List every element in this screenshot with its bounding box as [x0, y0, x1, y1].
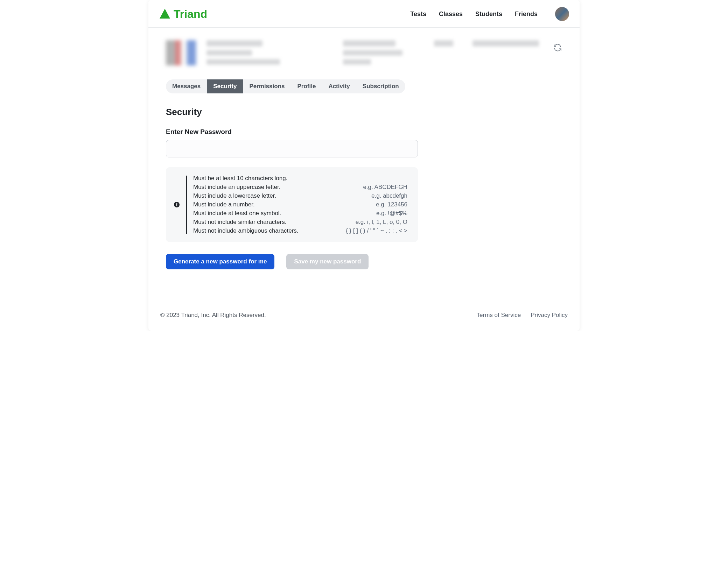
- password-rules-list: Must be at least 10 characters long. Mus…: [193, 175, 407, 234]
- rule-text: Must include an uppercase letter.: [193, 184, 280, 191]
- nav-classes[interactable]: Classes: [439, 10, 463, 18]
- tab-security[interactable]: Security: [207, 79, 243, 93]
- redacted-text: [206, 59, 280, 65]
- section-heading: Security: [166, 107, 562, 118]
- rule-text: Must include a number.: [193, 201, 255, 208]
- password-rule: Must include a number. e.g. 123456: [193, 201, 407, 208]
- rule-example: e.g. abcdefgh: [371, 192, 407, 199]
- rule-text: Must not include ambiguous characters.: [193, 227, 299, 234]
- profile-column-4: [472, 40, 542, 47]
- tab-permissions[interactable]: Permissions: [243, 79, 291, 93]
- redacted-text: [343, 59, 371, 65]
- rule-text: Must not include similar characters.: [193, 219, 286, 226]
- tab-activity[interactable]: Activity: [322, 79, 356, 93]
- password-rule: Must include at least one symbol. e.g. !…: [193, 210, 407, 217]
- rule-text: Must include at least one symbol.: [193, 210, 281, 217]
- primary-nav: Tests Classes Students Friends: [410, 7, 569, 21]
- svg-point-2: [176, 203, 177, 204]
- tree-icon: [159, 8, 171, 20]
- profile-column-2: [343, 40, 420, 65]
- password-label: Enter New Password: [166, 128, 562, 136]
- user-avatar[interactable]: [555, 7, 569, 21]
- save-password-button[interactable]: Save my new password: [286, 254, 369, 269]
- redacted-text: [434, 40, 453, 47]
- security-section: Security Enter New Password Must be at l…: [148, 93, 580, 283]
- footer-terms-link[interactable]: Terms of Service: [477, 312, 521, 319]
- password-rule: Must be at least 10 characters long.: [193, 175, 407, 182]
- footer: © 2023 Triand, Inc. All Rights Reserved.…: [148, 301, 580, 331]
- rule-text: Must include a lowercase letter.: [193, 192, 276, 199]
- rule-example: e.g. !@#$%: [376, 210, 407, 217]
- footer-privacy-link[interactable]: Privacy Policy: [531, 312, 568, 319]
- rule-text: Must be at least 10 characters long.: [193, 175, 287, 182]
- profile-summary: [148, 28, 580, 69]
- profile-photo: [166, 40, 196, 65]
- brand-name: Triand: [174, 8, 207, 21]
- tab-profile[interactable]: Profile: [291, 79, 322, 93]
- profile-column-3: [434, 40, 462, 47]
- button-row: Generate a new password for me Save my n…: [166, 254, 562, 269]
- rules-divider: [186, 176, 187, 234]
- refresh-icon[interactable]: [553, 43, 562, 52]
- rule-example: { } [ ] ( ) / ' " ` ~ , ; : . < >: [346, 227, 407, 234]
- footer-copyright: © 2023 Triand, Inc. All Rights Reserved.: [160, 312, 266, 319]
- profile-column-1: [206, 40, 312, 65]
- password-rules-box: Must be at least 10 characters long. Mus…: [166, 167, 418, 242]
- rule-example: e.g. ABCDEFGH: [363, 184, 407, 191]
- nav-friends[interactable]: Friends: [515, 10, 538, 18]
- redacted-text: [343, 40, 396, 47]
- password-rule: Must include a lowercase letter. e.g. ab…: [193, 192, 407, 199]
- password-rule: Must not include ambiguous characters. {…: [193, 227, 407, 234]
- redacted-text: [206, 40, 262, 47]
- info-icon: [174, 201, 180, 208]
- svg-marker-0: [160, 9, 170, 19]
- tab-subscription[interactable]: Subscription: [356, 79, 405, 93]
- profile-tabs: Messages Security Permissions Profile Ac…: [166, 79, 405, 93]
- redacted-text: [206, 50, 252, 56]
- brand-logo[interactable]: Triand: [159, 8, 207, 21]
- nav-students[interactable]: Students: [475, 10, 502, 18]
- redacted-text: [343, 50, 402, 56]
- redacted-text: [472, 40, 539, 47]
- password-rule: Must not include similar characters. e.g…: [193, 219, 407, 226]
- tab-messages[interactable]: Messages: [166, 79, 207, 93]
- rule-example: e.g. 123456: [376, 201, 407, 208]
- header: Triand Tests Classes Students Friends: [148, 0, 580, 28]
- nav-tests[interactable]: Tests: [410, 10, 426, 18]
- generate-password-button[interactable]: Generate a new password for me: [166, 254, 274, 269]
- svg-rect-3: [176, 204, 177, 206]
- password-input[interactable]: [166, 140, 418, 157]
- rule-example: e.g. i, l, 1, L, o, 0, O: [356, 219, 407, 226]
- password-rule: Must include an uppercase letter. e.g. A…: [193, 184, 407, 191]
